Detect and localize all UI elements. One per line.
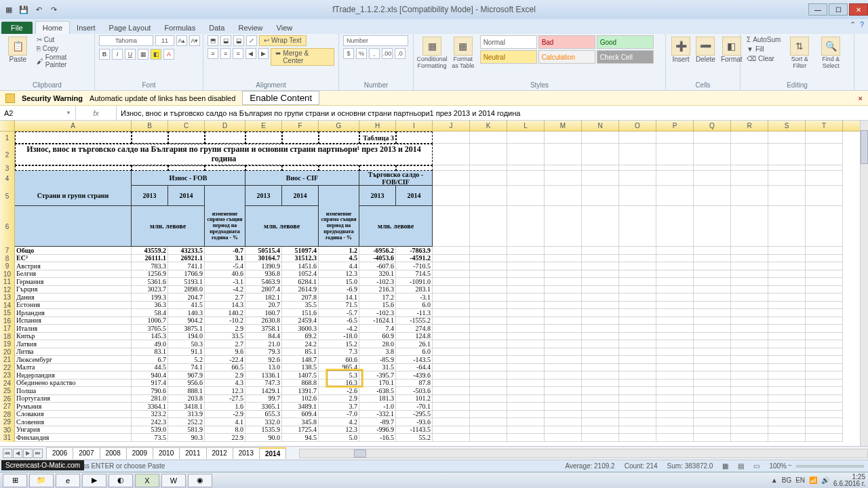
- chrome-icon[interactable]: ◐: [108, 474, 133, 487]
- tab-data[interactable]: Data: [202, 22, 231, 34]
- sheet-tab[interactable]: 2013: [233, 447, 260, 459]
- wrap-text-button[interactable]: ↩Wrap Text: [259, 35, 307, 46]
- recorder-icon[interactable]: ◉: [188, 474, 212, 487]
- close-warning-button[interactable]: ×: [859, 94, 863, 102]
- clear-button[interactable]: ⌫Clear: [745, 54, 783, 63]
- bold-button[interactable]: B: [99, 49, 110, 60]
- increase-indent-icon[interactable]: ▶: [258, 48, 269, 59]
- border-button[interactable]: ▦: [138, 49, 149, 60]
- view-normal-icon[interactable]: ▦: [722, 462, 728, 470]
- lang-indicator-2[interactable]: EN: [795, 476, 805, 484]
- copy-button[interactable]: ⎘Copy: [35, 44, 90, 53]
- currency-icon[interactable]: $: [343, 48, 354, 59]
- decrease-decimal-icon[interactable]: .0: [395, 48, 406, 59]
- autosum-button[interactable]: ΣAutoSum: [745, 35, 783, 44]
- sort-filter-button[interactable]: ⇅Sort & Filter: [785, 35, 814, 70]
- delete-cells-button[interactable]: ➖Delete: [694, 35, 717, 64]
- sheet-tab[interactable]: 2006: [46, 447, 73, 459]
- col-header[interactable]: B: [132, 121, 168, 131]
- view-layout-icon[interactable]: ▤: [738, 462, 744, 470]
- name-box[interactable]: A2▼: [0, 106, 76, 120]
- next-sheet-icon[interactable]: ▶: [23, 449, 33, 458]
- paste-button[interactable]: 📋 Paste: [4, 35, 32, 64]
- select-all-corner[interactable]: [0, 121, 15, 131]
- format-painter-button[interactable]: 🖌Format Painter: [35, 53, 90, 69]
- fx-button[interactable]: fx: [76, 106, 117, 120]
- chevron-down-icon[interactable]: ▼: [66, 110, 71, 116]
- merge-center-button[interactable]: ⬌Merge & Center: [271, 48, 334, 66]
- font-size-select[interactable]: 11: [155, 35, 174, 46]
- scroll-thumb[interactable]: [861, 130, 868, 164]
- formula-input[interactable]: Износ, внос и търговско салдо на Българи…: [117, 106, 868, 120]
- lang-indicator[interactable]: BG: [782, 476, 791, 484]
- hscroll-thumb[interactable]: [354, 449, 366, 458]
- explorer-icon[interactable]: 📁: [29, 474, 54, 487]
- col-header[interactable]: D: [205, 121, 245, 131]
- tab-review[interactable]: Review: [231, 22, 269, 34]
- conditional-formatting-button[interactable]: ▦Conditional Formatting: [418, 35, 446, 70]
- redo-icon[interactable]: ↷: [47, 3, 60, 16]
- minimize-button[interactable]: —: [808, 3, 827, 16]
- start-button[interactable]: ⊞: [3, 474, 27, 487]
- word-taskbar-icon[interactable]: W: [161, 474, 186, 487]
- excel-taskbar-icon[interactable]: X: [135, 474, 159, 487]
- media-icon[interactable]: ▶: [82, 474, 106, 487]
- italic-button[interactable]: I: [112, 49, 123, 60]
- network-icon[interactable]: 📶: [809, 476, 817, 484]
- font-name-select[interactable]: Tahoma: [99, 35, 153, 46]
- zoom-slider[interactable]: [796, 465, 864, 468]
- close-button[interactable]: ✕: [849, 3, 868, 16]
- insert-cells-button[interactable]: ➕Insert: [670, 35, 692, 64]
- view-pagebreak-icon[interactable]: ▭: [753, 462, 760, 470]
- zoom-level[interactable]: 100%: [769, 462, 787, 470]
- vertical-scrollbar[interactable]: [860, 121, 868, 446]
- sheet-tab[interactable]: 2011: [179, 447, 206, 459]
- last-sheet-icon[interactable]: ⏭: [33, 449, 43, 458]
- prev-sheet-icon[interactable]: ◀: [13, 449, 22, 458]
- underline-button[interactable]: U: [125, 49, 136, 60]
- col-header[interactable]: C: [168, 121, 205, 131]
- align-center-icon[interactable]: ≡: [220, 48, 231, 59]
- undo-icon[interactable]: ↶: [33, 3, 45, 16]
- tray-up-icon[interactable]: ▲: [771, 476, 778, 484]
- col-header[interactable]: F: [282, 121, 319, 131]
- first-sheet-icon[interactable]: ⏮: [3, 449, 12, 458]
- grow-font-icon[interactable]: A▴: [176, 35, 187, 46]
- align-middle-icon[interactable]: ⬓: [220, 35, 231, 46]
- find-select-button[interactable]: 🔍Find & Select: [816, 35, 845, 70]
- worksheet-grid[interactable]: A B C D E F G H I J K L M N O P Q R S T …: [0, 121, 860, 442]
- save-icon[interactable]: 💾: [18, 3, 30, 16]
- col-header[interactable]: A: [15, 121, 132, 131]
- sheet-tab[interactable]: 2009: [126, 447, 153, 459]
- increase-decimal-icon[interactable]: .00: [382, 48, 393, 59]
- number-format-select[interactable]: Number: [343, 35, 408, 46]
- align-right-icon[interactable]: ≡: [233, 48, 243, 59]
- clock[interactable]: 1:25 6.6.2016 г.: [833, 474, 865, 487]
- orientation-icon[interactable]: ⤢: [246, 35, 257, 46]
- cut-button[interactable]: ✂Cut: [35, 35, 90, 44]
- sound-icon[interactable]: 🔊: [821, 476, 829, 484]
- percent-icon[interactable]: %: [356, 48, 367, 59]
- col-header[interactable]: E: [245, 121, 282, 131]
- col-header[interactable]: G: [319, 121, 359, 131]
- tab-page-layout[interactable]: Page Layout: [102, 22, 158, 34]
- file-tab[interactable]: File: [1, 22, 33, 34]
- minimize-ribbon-icon[interactable]: ⌃: [850, 20, 856, 29]
- font-color-button[interactable]: A: [163, 49, 174, 60]
- format-as-table-button[interactable]: ▦Format as Table: [449, 35, 477, 70]
- maximize-button[interactable]: ☐: [829, 3, 848, 16]
- row-header[interactable]: 3: [0, 165, 15, 171]
- sheet-tab[interactable]: 2014: [259, 447, 286, 459]
- help-icon[interactable]: ?: [860, 20, 864, 29]
- sheet-tab[interactable]: 2012: [206, 447, 233, 459]
- fill-button[interactable]: ▼Fill: [745, 45, 783, 54]
- align-left-icon[interactable]: ≡: [208, 48, 218, 59]
- sheet-tab[interactable]: 2008: [100, 447, 127, 459]
- horizontal-scrollbar[interactable]: [299, 449, 868, 458]
- cell-styles-gallery[interactable]: Normal Bad Good Neutral Calculation Chec…: [480, 35, 661, 64]
- sheet-tab[interactable]: 2007: [73, 447, 100, 459]
- col-header[interactable]: H: [359, 121, 396, 131]
- align-top-icon[interactable]: ⬒: [208, 35, 218, 46]
- col-header[interactable]: I: [396, 121, 433, 131]
- decrease-indent-icon[interactable]: ◀: [245, 48, 256, 59]
